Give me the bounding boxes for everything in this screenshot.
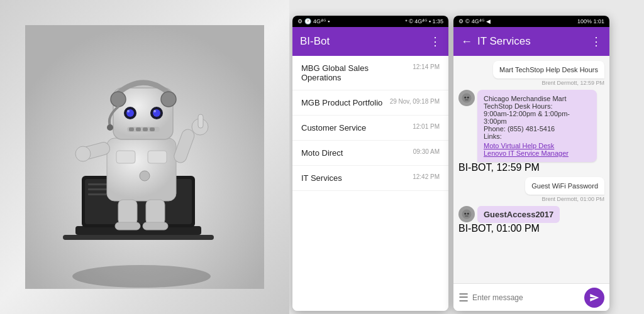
svg-rect-29 [129, 127, 134, 131]
chat-item-mgb-portfolio[interactable]: MGB Product Portfolio 29 Nov, 09:18 PM [292, 90, 448, 116]
phone2-menu-icon[interactable]: ⋮ [591, 35, 602, 48]
chat-item-name: Customer Service [301, 123, 413, 133]
phone2-status-right: 100% 1:01 [577, 18, 604, 24]
svg-point-14 [75, 146, 91, 161]
chat-item-name: MBG Global Sales Operations [301, 63, 413, 82]
msg-sender-label: Brent Dermott, 12:59 PM [541, 80, 604, 86]
phone2-status-bar: ⚙ © 4G⁴ᴳ ◀ 100% 1:01 [453, 16, 609, 27]
phone1-bibot: ⚙ 🕐 4G⁴ᴳ ▪ * © 4G⁴ᴳ ▪ 1:35 BI-Bot ⋮ MBG … [292, 16, 448, 311]
phone2-header-icons: ⋮ [591, 35, 602, 48]
chat-item-moto-direct[interactable]: Moto Direct 09:30 AM [292, 141, 448, 166]
clock-icon: 🕐 [304, 18, 311, 24]
svg-point-20 [161, 92, 176, 107]
svg-rect-32 [150, 127, 155, 131]
phones-container: ⚙ 🕐 4G⁴ᴳ ▪ * © 4G⁴ᴳ ▪ 1:35 BI-Bot ⋮ MBG … [289, 0, 613, 314]
chat-item-name: MGB Product Portfolio [301, 98, 390, 107]
svg-rect-3 [63, 235, 214, 240]
svg-rect-44 [465, 215, 469, 217]
msg-bubble-wifi: Guest WiFi Password [525, 177, 604, 195]
phone1-header-icons: ⋮ [430, 35, 441, 48]
svg-rect-40 [465, 99, 469, 100]
msg-left-password-container: GuestAccess2017 [458, 206, 604, 223]
clock-icon2: © [465, 18, 470, 24]
chat-item-customer-service[interactable]: Customer Service 12:01 PM [292, 116, 448, 141]
svg-point-21 [107, 124, 113, 131]
battery-icon: ▪ [328, 18, 330, 24]
svg-point-27 [153, 110, 156, 112]
svg-point-39 [467, 97, 469, 99]
send-button[interactable] [584, 288, 604, 308]
svg-rect-11 [148, 151, 167, 163]
phone1-status-bar: ⚙ 🕐 4G⁴ᴳ ▪ * © 4G⁴ᴳ ▪ 1:35 [292, 16, 448, 27]
bot-avatar2 [458, 206, 475, 222]
chat-item-mbg-global[interactable]: MBG Global Sales Operations 12:14 PM [292, 56, 448, 90]
chat-item-time: 12:01 PM [413, 123, 440, 130]
phone1-status-left: ⚙ 🕐 4G⁴ᴳ ▪ [297, 18, 330, 24]
chat-item-name: IT Services [301, 173, 413, 183]
message-input[interactable] [472, 293, 580, 302]
chat-item-time: 12:14 PM [413, 63, 440, 70]
svg-point-37 [462, 94, 472, 103]
svg-point-43 [467, 213, 469, 215]
phone2-status-left: ⚙ © 4G⁴ᴳ ◀ [458, 18, 491, 24]
link-moto-virtual[interactable]: Moto Virtual Help Desk [484, 142, 591, 149]
svg-rect-35 [115, 222, 140, 230]
chat-item-name: Moto Direct [301, 148, 413, 158]
phone1-header-title: BI-Bot [300, 35, 330, 48]
bot-msg-label: BI-BOT, 12:59 PM [458, 162, 604, 173]
svg-rect-31 [143, 127, 148, 131]
phone1-chat-list: MBG Global Sales Operations 12:14 PM MGB… [292, 56, 448, 311]
phone2-it-services: ⚙ © 4G⁴ᴳ ◀ 100% 1:01 ← IT Services ⋮ Mar… [453, 16, 609, 311]
svg-point-19 [111, 92, 126, 107]
svg-point-12 [140, 171, 150, 181]
msg-bubble-bot: Chicago Merchandise Mart TechStop Desk H… [477, 90, 597, 162]
svg-point-42 [464, 213, 466, 215]
svg-rect-17 [198, 114, 203, 128]
svg-rect-34 [146, 200, 165, 225]
svg-point-38 [464, 97, 466, 99]
svg-point-41 [462, 210, 472, 219]
svg-rect-10 [116, 151, 135, 163]
chat-messages-area: Mart TechStop Help Desk Hours Brent Derm… [453, 56, 609, 283]
signal-icon: 4G⁴ᴳ [313, 18, 326, 24]
msg-bubble: Mart TechStop Help Desk Hours [493, 61, 604, 78]
svg-point-26 [127, 110, 130, 112]
password-bubble: GuestAccess2017 [477, 206, 560, 223]
chat-item-time: 09:30 AM [413, 148, 440, 155]
robot-illustration [0, 0, 289, 314]
phone1-header: BI-Bot ⋮ [292, 27, 448, 56]
chat-input-area: ☰ [453, 283, 609, 311]
svg-point-1 [72, 265, 211, 288]
chat-item-time: 29 Nov, 09:18 PM [390, 98, 440, 105]
phone1-status-time: * © 4G⁴ᴳ ▪ 1:35 [405, 18, 443, 24]
input-menu-icon[interactable]: ☰ [458, 291, 469, 305]
msg-bot-password: GuestAccess2017 BI-BOT, 01:00 PM [458, 206, 604, 234]
bot-avatar [458, 90, 475, 106]
phone1-menu-icon[interactable]: ⋮ [430, 35, 441, 48]
msg-sender-label2: Brent Dermott, 01:00 PM [541, 196, 604, 202]
phone2-header-title: IT Services [477, 35, 531, 48]
bot-password-label: BI-BOT, 01:00 PM [458, 223, 604, 234]
msg-left-container: Chicago Merchandise Mart TechStop Desk H… [458, 90, 604, 162]
back-button[interactable]: ← [461, 35, 472, 48]
bluetooth-icon: ⚙ [297, 18, 303, 24]
msg-helpdesk-hours: Mart TechStop Help Desk Hours Brent Derm… [458, 61, 604, 86]
battery-back-icon: ◀ [486, 18, 491, 24]
msg-wifi-password: Guest WiFi Password Brent Dermott, 01:00… [458, 177, 604, 202]
svg-rect-30 [136, 127, 141, 131]
chat-item-it-services[interactable]: IT Services 12:42 PM [292, 166, 448, 191]
link-lenovo-it[interactable]: Lenovo IT Service Manager [484, 149, 591, 157]
msg-bot-response: Chicago Merchandise Mart TechStop Desk H… [458, 90, 604, 173]
svg-rect-33 [118, 200, 137, 225]
camera-icon: ⚙ [458, 18, 464, 24]
signal-icon2: 4G⁴ᴳ [472, 18, 484, 24]
bot-message-text: Chicago Merchandise Mart TechStop Desk H… [484, 95, 570, 140]
svg-rect-36 [143, 222, 168, 230]
chat-item-time: 12:42 PM [413, 173, 440, 180]
phone2-header: ← IT Services ⋮ [453, 27, 609, 56]
svg-rect-9 [107, 138, 176, 201]
